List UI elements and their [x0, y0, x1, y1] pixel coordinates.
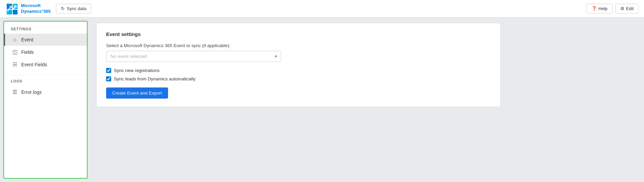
sidebar: SETTINGS ⌂ Event ◫ Fields ☵ Event Fields…	[3, 21, 88, 179]
sync-registrations-checkbox[interactable]	[106, 68, 111, 73]
main-content: Event settings Select a Microsoft Dynami…	[91, 17, 644, 182]
settings-section-label: SETTINGS	[4, 27, 87, 34]
create-event-button[interactable]: Create Event and Export	[106, 87, 168, 99]
event-select-wrapper: No event selected ▼	[106, 51, 281, 62]
logs-section-label: LOGS	[4, 79, 87, 86]
nav-left: Microsoft Dynamics°365 ↻ Sync data	[5, 2, 91, 15]
sync-leads-checkbox[interactable]	[106, 76, 111, 81]
sidebar-item-fields-label: Fields	[21, 49, 34, 55]
sync-data-button[interactable]: ↻ Sync data	[56, 4, 91, 13]
help-icon: ❓	[591, 6, 597, 11]
event-select[interactable]: No event selected	[106, 51, 281, 62]
main-layout: SETTINGS ⌂ Event ◫ Fields ☵ Event Fields…	[0, 17, 644, 182]
sync-registrations-label: Sync new registrations	[114, 68, 160, 73]
sync-leads-label: Sync leads from Dynamics automatically	[114, 76, 195, 81]
svg-marker-2	[7, 10, 12, 14]
lines-icon: ☰	[12, 89, 18, 95]
sidebar-item-event-label: Event	[21, 37, 33, 42]
sidebar-item-error-logs[interactable]: ☰ Error logs	[4, 86, 87, 98]
settings-card: Event settings Select a Microsoft Dynami…	[96, 23, 501, 107]
select-label: Select a Microsoft Dynamics 365 Event to…	[106, 43, 491, 48]
svg-marker-3	[13, 10, 18, 14]
help-button[interactable]: ❓ Help	[586, 4, 613, 13]
logo: Microsoft Dynamics°365	[5, 2, 51, 15]
sync-registrations-row: Sync new registrations	[106, 68, 491, 73]
edit-button[interactable]: ⚙ Edit	[615, 4, 639, 13]
sidebar-item-fields[interactable]: ◫ Fields	[4, 46, 87, 58]
sidebar-divider	[4, 75, 87, 75]
sidebar-item-event-fields-label: Event Fields	[21, 62, 47, 67]
top-nav: Microsoft Dynamics°365 ↻ Sync data ❓ Hel…	[0, 0, 644, 17]
nav-right: ❓ Help ⚙ Edit	[586, 4, 639, 13]
sidebar-item-event[interactable]: ⌂ Event	[4, 34, 87, 46]
home-icon: ⌂	[12, 37, 18, 43]
sync-leads-row: Sync leads from Dynamics automatically	[106, 76, 491, 81]
sidebar-item-error-logs-label: Error logs	[21, 89, 42, 95]
grid-icon: ◫	[12, 49, 18, 55]
gear-icon: ⚙	[620, 6, 624, 11]
sidebar-item-event-fields[interactable]: ☵ Event Fields	[4, 58, 87, 71]
card-title: Event settings	[106, 31, 491, 37]
list-check-icon: ☵	[12, 61, 18, 68]
logo-text: Microsoft Dynamics°365	[21, 3, 51, 14]
logo-icon	[5, 2, 18, 15]
sync-icon: ↻	[61, 6, 65, 11]
